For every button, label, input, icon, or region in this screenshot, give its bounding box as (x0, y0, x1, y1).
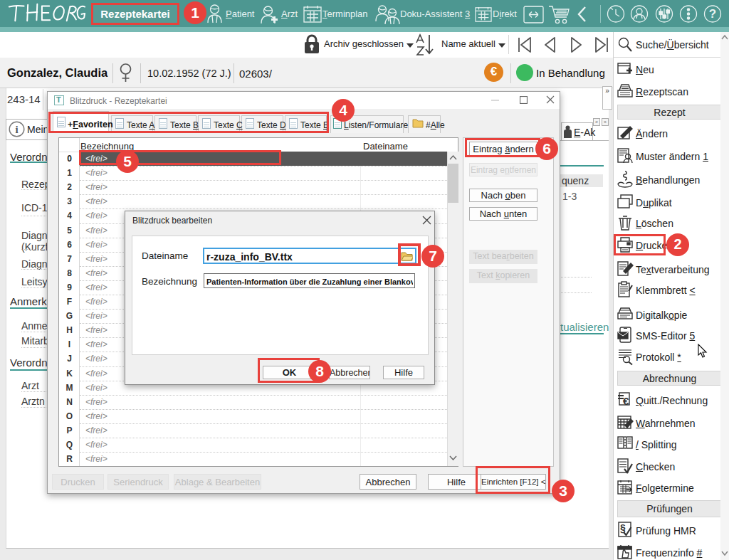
svg-text:§: § (620, 522, 626, 534)
svg-text:i: i (15, 124, 18, 135)
svg-text:€: € (623, 395, 629, 407)
svg-text:?: ? (709, 7, 716, 21)
